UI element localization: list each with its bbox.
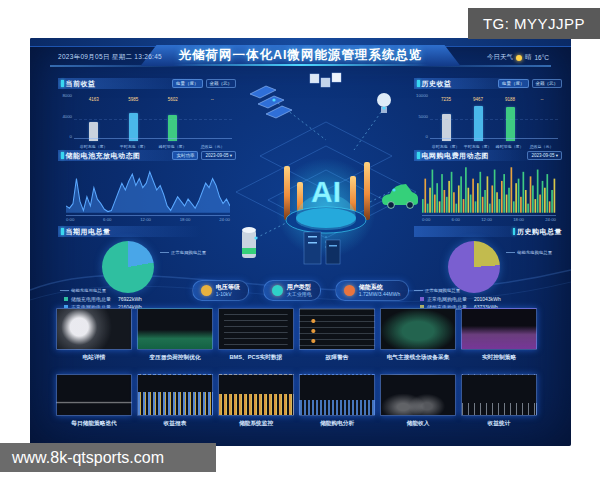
grid-cost-bar-chart bbox=[422, 165, 556, 216]
panel-title: 电网购电费用动态图 bbox=[417, 151, 489, 161]
bar-column: 7235谷时充电（度） bbox=[430, 93, 462, 149]
thumbnail-image[interactable] bbox=[380, 374, 456, 416]
lightbulb-icon bbox=[377, 93, 391, 113]
x-axis-labels: 0:00 6:00 12:00 18:00 24:00 bbox=[422, 217, 556, 222]
weather-desc: 晴 bbox=[525, 53, 532, 62]
thumbnail-image[interactable] bbox=[461, 374, 537, 416]
page-title: 光储荷网一体化AI微网能源管理系统总览 bbox=[179, 47, 423, 64]
thumbnail-image[interactable] bbox=[218, 374, 294, 416]
bar-column: 4163谷时充电（度） bbox=[74, 93, 114, 149]
weather-temp: 16°C bbox=[534, 54, 549, 61]
panel-grid-cost-header: 电网购电费用动态图 2023-09-05 ▾ bbox=[414, 150, 562, 161]
watermark-top-right: TG: MYYJJPP bbox=[468, 8, 600, 39]
bar-column: 9467平时充电（度） bbox=[462, 93, 494, 149]
amount-toggle-pill[interactable]: 金额（元） bbox=[206, 79, 237, 88]
thumbnail-bms-pcs-realtime-data[interactable]: BMS、PCS实时数据 bbox=[218, 308, 294, 362]
thumbnail-image[interactable] bbox=[56, 374, 132, 416]
ev-car-icon bbox=[382, 184, 418, 208]
bar-column: --总收益（元） bbox=[193, 93, 233, 149]
ai-label: AI bbox=[311, 175, 341, 208]
user-type-icon bbox=[272, 285, 283, 296]
thumbnail-image[interactable] bbox=[299, 308, 375, 350]
date-picker-pill[interactable]: 2023-09-05 ▾ bbox=[201, 151, 236, 160]
thumbnail-row-2: 每日储能策略迭代 收益报表 储能系统监控 储能购电分析 储能收入 收益统计 bbox=[56, 374, 545, 428]
bar-column: 5602峰时放电（度） bbox=[153, 93, 193, 149]
thumbnail-revenue-statistics[interactable]: 收益统计 bbox=[461, 374, 537, 428]
panel-title: 历史收益 bbox=[417, 79, 452, 89]
panel-title: 储能电池充放电动态图 bbox=[61, 151, 141, 161]
thumbnail-transformer-load-optimization[interactable]: 变压器负荷控制优化 bbox=[137, 308, 213, 362]
server-cubes-icon bbox=[310, 73, 341, 87]
panel-history-revenue: 历史收益 电量（度） 金额（元） 10000 5000 0 7235谷时充电（度… bbox=[414, 78, 562, 146]
thumbnail-realtime-control-strategy[interactable]: 实时控制策略 bbox=[461, 308, 537, 362]
watermark-bottom-left: www.8k-qtsports.com bbox=[0, 443, 216, 472]
thumbnail-image[interactable] bbox=[218, 308, 294, 350]
chip-storage-system: 储能系统 1.72MW/3.44MWh bbox=[335, 280, 409, 301]
chip-voltage-level: 电压等级 1-10kV bbox=[192, 280, 249, 301]
thumbnail-storage-system-monitoring[interactable]: 储能系统监控 bbox=[218, 374, 294, 428]
panel-title: 当前收益 bbox=[61, 79, 96, 89]
dashboard: 光储荷网一体化AI微网能源管理系统总览 2023年09月05日 星期二 13:2… bbox=[30, 38, 571, 446]
thumbnail-fault-alerts[interactable]: 故障警告 bbox=[299, 308, 375, 362]
panel-history-purchase-header: 历史购电总量 bbox=[414, 226, 562, 237]
mode-pill[interactable]: 实时功率 bbox=[172, 151, 198, 160]
storage-icon bbox=[344, 285, 355, 296]
panel-title: 当期用电总量 bbox=[61, 227, 111, 237]
panel-grid-cost: 电网购电费用动态图 2023-09-05 ▾ 0:00 6:00 12:00 1… bbox=[414, 150, 562, 224]
sun-icon bbox=[516, 55, 522, 61]
panel-current-revenue-header: 当前收益 电量（度） 金额（元） bbox=[58, 78, 236, 89]
storage-dynamics-area-chart bbox=[66, 165, 230, 216]
thumbnail-image[interactable] bbox=[137, 308, 213, 350]
thumbnail-image[interactable] bbox=[380, 308, 456, 350]
panel-title: 历史购电总量 bbox=[513, 227, 563, 237]
y-axis-ticks: 8000 4000 0 bbox=[59, 93, 72, 139]
center-scene-illustration: AI bbox=[234, 70, 418, 282]
voltage-icon bbox=[201, 285, 212, 296]
unit-toggle-pill[interactable]: 电量（度） bbox=[172, 79, 203, 88]
thumbnail-image[interactable] bbox=[56, 308, 132, 350]
bar-column: --总收益（元） bbox=[526, 93, 558, 149]
x-axis-labels: 0:00 6:00 12:00 18:00 24:00 bbox=[66, 217, 230, 222]
thumbnail-image[interactable] bbox=[461, 308, 537, 350]
thumbnail-row-1: 电站详情 变压器负荷控制优化 BMS、PCS实时数据 故障警告 电气主接线全场设… bbox=[56, 308, 545, 362]
weather-widget: 今日天气 晴 16°C bbox=[487, 53, 549, 62]
thumbnail-image[interactable] bbox=[299, 374, 375, 416]
page: 光储荷网一体化AI微网能源管理系统总览 2023年09月05日 星期二 13:2… bbox=[0, 0, 600, 480]
info-chips-row: 电压等级 1-10kV 用户类型 大工业用电 储能系统 1.72MW/3.44M… bbox=[30, 280, 571, 301]
current-revenue-bar-chart: 8000 4000 0 4163谷时充电（度）5985平时充电（度）5602峰时… bbox=[74, 93, 232, 149]
thumbnail-daily-strategy-iteration[interactable]: 每日储能策略迭代 bbox=[56, 374, 132, 428]
thumbnail-storage-income[interactable]: 储能收入 bbox=[380, 374, 456, 428]
bar-column: 9188峰时放电（度） bbox=[494, 93, 526, 149]
solar-panels-icon bbox=[250, 86, 292, 118]
y-axis-ticks: 10000 5000 0 bbox=[415, 93, 428, 139]
bar-column: 5985平时充电（度） bbox=[114, 93, 154, 149]
pie-callout: 储能充电购电总量 bbox=[506, 250, 552, 255]
thumbnail-revenue-report[interactable]: 收益报表 bbox=[137, 374, 213, 428]
thumbnail-station-details[interactable]: 电站详情 bbox=[56, 308, 132, 362]
panel-current-revenue: 当前收益 电量（度） 金额（元） 8000 4000 0 4163谷时充电（度）… bbox=[58, 78, 236, 146]
thumbnail-image[interactable] bbox=[137, 374, 213, 416]
panel-history-revenue-header: 历史收益 电量（度） 金额（元） bbox=[414, 78, 562, 89]
panel-storage-dynamics: 储能电池充放电动态图 实时功率 2023-09-05 ▾ 0:00 6:00 1… bbox=[58, 150, 236, 224]
weather-label: 今日天气 bbox=[487, 53, 513, 62]
chip-user-type: 用户类型 大工业用电 bbox=[263, 280, 321, 301]
battery-icon bbox=[242, 227, 256, 258]
history-revenue-bar-chart: 10000 5000 0 7235谷时充电（度）9467平时充电（度）9188峰… bbox=[430, 93, 558, 149]
header-title-banner: 光储荷网一体化AI微网能源管理系统总览 bbox=[141, 45, 461, 66]
datetime-label: 2023年09月05日 星期二 13:26:45 bbox=[58, 53, 162, 62]
unit-toggle-pill[interactable]: 电量（度） bbox=[498, 79, 529, 88]
date-picker-pill[interactable]: 2023-09-05 ▾ bbox=[527, 151, 562, 160]
amount-toggle-pill[interactable]: 金额（元） bbox=[532, 79, 563, 88]
pie-callout: 正常电网购电总量 bbox=[160, 250, 206, 255]
thumbnail-main-wiring-device-collection[interactable]: 电气主接线全场设备采集 bbox=[380, 308, 456, 362]
panel-storage-dynamics-header: 储能电池充放电动态图 实时功率 2023-09-05 ▾ bbox=[58, 150, 236, 161]
thumbnail-storage-purchase-analysis[interactable]: 储能购电分析 bbox=[299, 374, 375, 428]
panel-current-usage-header: 当期用电总量 bbox=[58, 226, 236, 237]
